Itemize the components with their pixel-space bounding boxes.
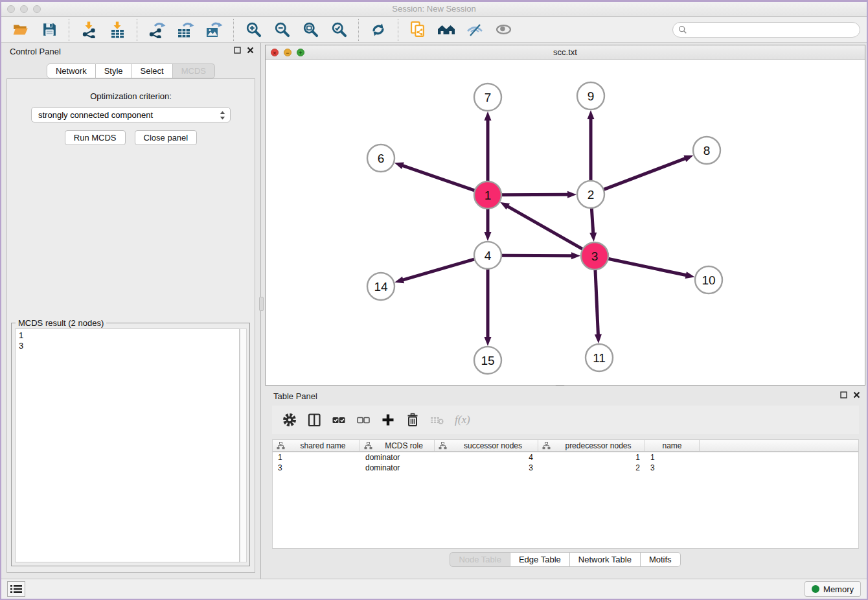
vertical-splitter-grip[interactable] xyxy=(259,297,264,311)
table-cell[interactable]: dominator xyxy=(360,452,435,463)
optimization-criterion-select[interactable]: strongly connected component xyxy=(31,107,231,122)
zoom-out-icon xyxy=(273,21,291,38)
network-canvas[interactable]: 7968124314101511 xyxy=(266,60,865,385)
toolbar-separator xyxy=(358,19,359,41)
export-network-button[interactable] xyxy=(146,19,167,40)
graph-edge-arrowhead xyxy=(485,337,492,346)
search-field[interactable] xyxy=(672,22,860,38)
table-cell[interactable]: 1 xyxy=(273,452,360,463)
graph-node-label: 10 xyxy=(702,273,715,287)
graph-edge[interactable] xyxy=(507,206,582,249)
network-window-title: scc.txt xyxy=(266,47,865,57)
tab-edge-table[interactable]: Edge Table xyxy=(510,552,570,567)
float-panel-icon[interactable] xyxy=(840,391,847,398)
copy-network-view-button[interactable] xyxy=(407,19,428,40)
zoom-selected-icon xyxy=(330,21,348,38)
graph-edge-arrowhead xyxy=(588,110,595,119)
show-columns-button[interactable] xyxy=(304,410,324,430)
graph-edge-arrowhead xyxy=(394,163,404,169)
import-table-icon xyxy=(109,21,126,38)
graph-edge[interactable] xyxy=(501,194,568,195)
optimization-criterion-label: Optimization criterion: xyxy=(7,91,255,101)
graph-edge-arrowhead xyxy=(394,277,404,284)
run-mcds-button[interactable]: Run MCDS xyxy=(65,130,126,145)
show-details-button[interactable] xyxy=(493,19,514,40)
graph-edge[interactable] xyxy=(595,270,599,335)
table-cell[interactable]: 2 xyxy=(538,463,645,473)
delete-row-button[interactable] xyxy=(403,410,422,430)
table-cell[interactable]: 4 xyxy=(435,452,538,463)
export-image-button[interactable] xyxy=(203,19,224,40)
hierarchy-icon xyxy=(277,442,285,450)
tab-motifs[interactable]: Motifs xyxy=(641,552,681,567)
save-session-button[interactable] xyxy=(39,19,60,40)
mcds-result-text[interactable]: 1 3 xyxy=(15,329,240,562)
zoom-out-button[interactable] xyxy=(271,19,292,40)
table-row[interactable]: 3dominator323 xyxy=(273,463,858,473)
graph-edge[interactable] xyxy=(402,165,475,190)
tab-node-table[interactable]: Node Table xyxy=(450,552,510,567)
column-header-predecessor-nodes[interactable]: predecessor nodes xyxy=(538,440,645,451)
show-all-networks-button[interactable] xyxy=(436,19,457,40)
table-cell[interactable]: 3 xyxy=(273,463,360,473)
network-graph[interactable]: 7968124314101511 xyxy=(266,60,865,385)
graph-edge[interactable] xyxy=(591,208,593,233)
graph-node-label: 9 xyxy=(588,89,595,103)
open-session-button[interactable] xyxy=(10,19,31,40)
graph-node-label: 8 xyxy=(703,144,711,157)
apply-layout-button[interactable] xyxy=(368,19,389,40)
graph-edge[interactable] xyxy=(403,259,475,280)
table-cell[interactable]: dominator xyxy=(360,463,435,473)
float-panel-icon[interactable] xyxy=(234,47,241,54)
select-all-button[interactable] xyxy=(329,410,348,430)
refresh-icon xyxy=(370,21,387,38)
close-panel-icon[interactable] xyxy=(853,391,860,398)
tab-select[interactable]: Select xyxy=(132,63,173,78)
deselect-all-button[interactable] xyxy=(354,410,373,430)
list-icon xyxy=(10,584,22,594)
export-table-button[interactable] xyxy=(175,19,196,40)
graph-node-label: 11 xyxy=(593,351,606,365)
graph-edge[interactable] xyxy=(501,255,572,256)
table-body: 1dominator4113dominator323 xyxy=(273,452,858,473)
toolbar-separator xyxy=(137,19,137,41)
table-cell[interactable]: 3 xyxy=(435,463,538,473)
column-header-successor-nodes[interactable]: successor nodes xyxy=(435,440,538,451)
toolbar-separator xyxy=(233,19,234,41)
network-view-window: × − + scc.txt 7968124314101511 xyxy=(265,45,865,386)
graph-edge-arrowhead xyxy=(485,232,492,241)
close-panel-button[interactable]: Close panel xyxy=(135,130,198,145)
memory-button[interactable]: Memory xyxy=(805,581,861,597)
add-row-button[interactable] xyxy=(378,410,398,430)
tab-style[interactable]: Style xyxy=(96,63,132,78)
hide-details-button[interactable] xyxy=(464,19,485,40)
column-header-mcds-role[interactable]: MCDS role xyxy=(360,440,435,451)
table-settings-button[interactable] xyxy=(280,410,299,430)
import-network-button[interactable] xyxy=(78,19,99,40)
import-table-button[interactable] xyxy=(107,19,128,40)
tab-mcds[interactable]: MCDS xyxy=(173,63,215,78)
table-cell[interactable]: 3 xyxy=(645,463,700,473)
houses-icon xyxy=(437,21,455,39)
close-panel-icon[interactable] xyxy=(247,47,254,54)
zoom-in-button[interactable] xyxy=(243,19,264,40)
column-header-shared-name[interactable]: shared name xyxy=(273,440,360,451)
hierarchy-icon xyxy=(439,442,447,450)
result-scrollbar[interactable] xyxy=(240,329,247,562)
tab-network-table[interactable]: Network Table xyxy=(570,552,641,567)
import-network-icon xyxy=(80,21,97,38)
table-cell[interactable]: 1 xyxy=(645,452,700,463)
graph-edge[interactable] xyxy=(604,158,686,189)
zoom-selected-button[interactable] xyxy=(328,19,349,40)
graph-edge[interactable] xyxy=(608,259,687,275)
graph-edge-arrowhead xyxy=(485,111,492,121)
task-history-button[interactable] xyxy=(7,581,25,597)
search-icon xyxy=(678,25,687,34)
search-input[interactable] xyxy=(691,25,854,35)
tab-network[interactable]: Network xyxy=(47,63,96,78)
graph-edge-arrowhead xyxy=(567,191,577,198)
table-row[interactable]: 1dominator411 xyxy=(273,452,858,463)
table-cell[interactable]: 1 xyxy=(538,452,645,463)
column-header-name[interactable]: name xyxy=(645,440,700,451)
zoom-fit-button[interactable] xyxy=(300,19,321,40)
